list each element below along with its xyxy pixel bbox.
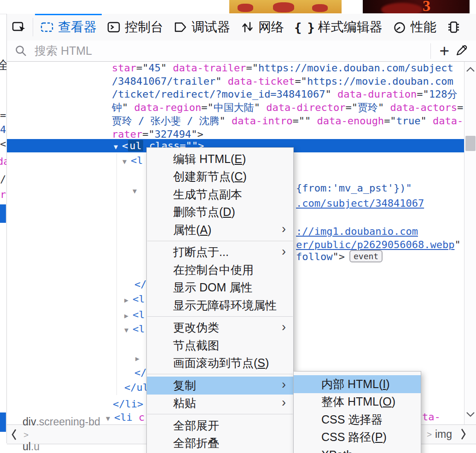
tab-network[interactable]: 网络 bbox=[235, 14, 289, 41]
menu-item-label: 整体 HTML(O) bbox=[321, 394, 395, 409]
submenu-arrow-icon: › bbox=[282, 378, 286, 392]
tab-label: 控制台 bbox=[125, 18, 163, 36]
background-code-fragment: = bbox=[0, 109, 6, 122]
dom-attribute-line[interactable]: 钟" data-region="中国大陆" data-director="贾玲"… bbox=[112, 101, 470, 114]
tab-style-editor[interactable]: { }样式编辑器 bbox=[289, 14, 388, 41]
menu-item-show-accessibility-properties[interactable]: 显示无障碍环境属性 bbox=[147, 296, 293, 314]
dom-tree-node-fragment[interactable]: </li> bbox=[113, 397, 143, 411]
tab-performance[interactable]: 性能 bbox=[388, 14, 441, 41]
breadcrumb-classes: .screening-bd bbox=[36, 416, 100, 428]
menu-item-label: 属性(A) bbox=[173, 222, 211, 238]
scroll-down-icon[interactable] bbox=[465, 411, 476, 418]
vertical-scrollbar[interactable] bbox=[464, 61, 476, 424]
menu-item-label: 删除节点(D) bbox=[173, 204, 235, 220]
tab-label: 调试器 bbox=[192, 18, 230, 36]
submenu-arrow-icon: › bbox=[282, 320, 286, 334]
dom-tree-node-fragment[interactable]: ▶ <l bbox=[124, 292, 145, 306]
dom-attribute-line[interactable]: star="45" data-trailer="https://movie.do… bbox=[112, 61, 453, 75]
eyedropper-icon bbox=[455, 43, 469, 58]
breadcrumb-item-div[interactable]: div.screening-bd bbox=[23, 416, 100, 428]
poster-art bbox=[273, 2, 294, 12]
dom-tree-node-fragment[interactable]: ta- bbox=[422, 410, 441, 424]
debugger-icon bbox=[174, 20, 187, 34]
dom-tree-node-fragment[interactable]: ▼ <li c bbox=[106, 411, 145, 424]
breadcrumb-item-ul[interactable]: ul.u bbox=[23, 441, 100, 453]
dom-tree-node-fragment[interactable]: </ bbox=[134, 278, 147, 291]
dom-tree-node-fragment[interactable]: ▼ <l bbox=[124, 322, 145, 336]
breadcrumb-scroll-left-icon[interactable] bbox=[7, 428, 21, 441]
search-icon bbox=[14, 44, 28, 58]
search-input[interactable] bbox=[34, 44, 427, 58]
tab-debugger[interactable]: 调试器 bbox=[168, 14, 235, 41]
background-code-fragment: 4 bbox=[0, 123, 6, 136]
menu-item-show-dom-properties[interactable]: 显示 DOM 属性 bbox=[147, 279, 293, 297]
dom-attribute-line[interactable]: /ticket/redirect/?movie_id=34841067" dat… bbox=[112, 87, 458, 101]
breadcrumb-item-img[interactable]: img bbox=[435, 428, 452, 441]
submenu-arrow-icon: › bbox=[282, 244, 286, 259]
tab-label: 查看器 bbox=[58, 18, 97, 36]
scroll-up-icon[interactable] bbox=[465, 66, 476, 73]
menu-item-delete-node[interactable]: 删除节点(D) bbox=[147, 203, 293, 221]
menu-item-collapse-all[interactable]: 全部折叠 bbox=[147, 435, 293, 453]
style-editor-icon: { } bbox=[294, 20, 314, 35]
dom-attribute-line[interactable]: /34841067/trailer" data-ticket="https://… bbox=[112, 75, 453, 88]
submenu-arrow-icon: › bbox=[282, 395, 286, 410]
dom-tree-node-fragment[interactable]: follow">event bbox=[296, 250, 383, 263]
movie-poster-thumbnail-1[interactable] bbox=[229, 0, 342, 13]
menu-item-label: 画面滚动到节点(S) bbox=[173, 355, 269, 371]
movie-poster-thumbnail-2[interactable]: 3 bbox=[363, 0, 470, 13]
menu-item-outer-html[interactable]: 整体 HTML(O) bbox=[294, 393, 421, 411]
menu-item-screenshot-node[interactable]: 节点截图 bbox=[147, 337, 293, 354]
indent-guide-line bbox=[116, 153, 117, 395]
menu-item-change-pseudo-class[interactable]: 更改伪类› bbox=[147, 319, 293, 337]
devtools-toolbar: 查看器控制台调试器网络{ }样式编辑器性能 bbox=[7, 14, 476, 41]
background-selection-block bbox=[0, 204, 6, 223]
menu-item-css-path[interactable]: CSS 路径(P) bbox=[294, 429, 421, 447]
scrollbar-thumb[interactable] bbox=[465, 136, 476, 151]
eyedropper-button[interactable] bbox=[454, 43, 471, 58]
dom-tree-node-fragment[interactable]: ://img1.doubanio.com bbox=[296, 225, 418, 238]
dom-tree-node-fragment[interactable]: ▶ bbox=[135, 351, 139, 364]
dom-attribute-line[interactable]: 贾玲 / 张小斐 / 沈腾" data-intro="" data-enough… bbox=[112, 114, 463, 128]
pick-element-button[interactable] bbox=[7, 14, 31, 41]
event-listener-badge[interactable]: event bbox=[349, 250, 383, 262]
menu-separator bbox=[147, 374, 293, 374]
menu-item-label: 内部 HTML(I) bbox=[321, 377, 390, 392]
menu-item-scroll-into-view[interactable]: 画面滚动到节点(S) bbox=[147, 354, 293, 372]
menu-item-copy[interactable]: 复制› bbox=[147, 377, 293, 395]
pick-element-icon bbox=[11, 19, 27, 36]
menu-item-create-new-node[interactable]: 创建新节点(C) bbox=[147, 168, 293, 186]
performance-icon bbox=[393, 20, 406, 34]
tab-memory[interactable] bbox=[441, 14, 465, 41]
menu-item-edit-html[interactable]: 编辑 HTML(E) bbox=[147, 150, 293, 168]
dom-attribute-line[interactable]: rater="327494"> bbox=[112, 128, 203, 141]
dom-tree-node-fragment[interactable]: .com/subject/34841067 bbox=[296, 197, 424, 210]
menu-item-expand-all[interactable]: 全部展开 bbox=[147, 417, 293, 435]
breadcrumb-scroll-right-icon[interactable] bbox=[460, 428, 467, 442]
menu-item-xpath[interactable]: XPath bbox=[294, 446, 421, 453]
menu-separator bbox=[147, 241, 293, 241]
toolbar-separator bbox=[33, 18, 33, 36]
tab-console[interactable]: 控制台 bbox=[102, 14, 168, 41]
dom-tree-node-fragment[interactable]: ▼ bbox=[133, 183, 137, 197]
menu-item-paste[interactable]: 粘贴› bbox=[147, 395, 293, 412]
menu-item-duplicate-node[interactable]: 生成节点副本 bbox=[147, 186, 293, 203]
dom-tree-node-fragment[interactable]: </ bbox=[134, 366, 147, 379]
breadcrumb: div.screening-bd>ul.u bbox=[21, 416, 102, 453]
menu-item-break-on[interactable]: 打断点于...› bbox=[147, 244, 293, 261]
background-page-strip: 全=4<da/r bbox=[0, 14, 6, 453]
dom-tree-node-fragment[interactable]: ▶ <l bbox=[124, 308, 145, 321]
dom-tree-node-fragment[interactable]: {from:'mv_a_pst'})" bbox=[296, 181, 412, 195]
menu-item-use-in-console[interactable]: 在控制台中使用 bbox=[147, 261, 293, 279]
dom-tree-node-fragment[interactable]: </ul bbox=[124, 381, 149, 394]
breadcrumb-classes: .u bbox=[31, 441, 40, 453]
menu-item-attributes[interactable]: 属性(A)› bbox=[147, 221, 293, 239]
dom-tree-node-fragment[interactable]: ▼ <l bbox=[122, 154, 143, 167]
dom-tree-node-fragment[interactable]: er/public/p2629056068.webp" bbox=[296, 238, 461, 251]
menu-item-inner-html[interactable]: 内部 HTML(I) bbox=[294, 375, 421, 393]
add-rule-button[interactable]: + bbox=[435, 43, 454, 59]
menu-item-css-selector[interactable]: CSS 选择器 bbox=[294, 411, 421, 429]
devtools-left-border bbox=[6, 14, 7, 443]
copy-submenu: 内部 HTML(I)整体 HTML(O)CSS 选择器CSS 路径(P)XPat… bbox=[293, 371, 421, 453]
tab-inspector[interactable]: 查看器 bbox=[35, 14, 102, 41]
